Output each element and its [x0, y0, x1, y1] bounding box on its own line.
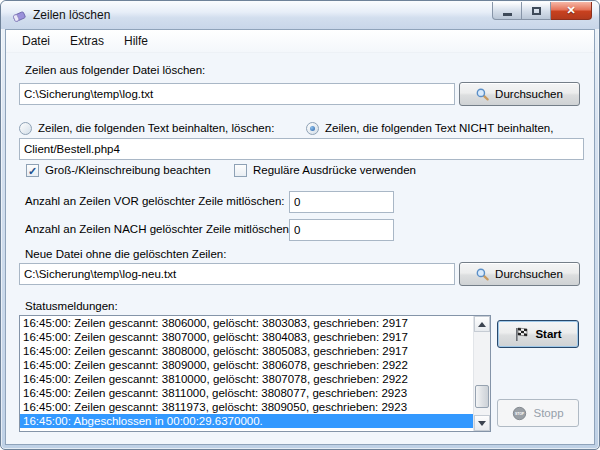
scroll-up-button[interactable] — [474, 316, 490, 332]
radio-icon — [19, 122, 32, 135]
radio-selected-icon — [306, 122, 319, 135]
lines-after-label: Anzahl an Zeilen NACH gelöschter Zeile m… — [25, 223, 292, 235]
eraser-icon — [11, 8, 27, 23]
source-file-label: Zeilen aus folgender Datei löschen: — [25, 64, 205, 76]
maximize-icon — [532, 7, 541, 15]
menu-item-extras[interactable]: Extras — [60, 31, 114, 51]
source-path-input[interactable] — [19, 83, 455, 105]
checkbox-case-sensitive-label: Groß-/Kleinschreibung beachten — [45, 164, 211, 176]
maximize-button[interactable] — [522, 2, 551, 20]
lines-after-input[interactable] — [289, 219, 394, 241]
checkered-flag-icon — [514, 327, 529, 342]
magnifier-icon — [476, 88, 489, 101]
close-button[interactable]: ✕ — [551, 2, 592, 20]
browse-source-button[interactable]: Durchsuchen — [459, 82, 580, 106]
stop-button-label: Stopp — [533, 407, 563, 419]
svg-text:STOP: STOP — [515, 412, 525, 416]
status-row[interactable]: 16:45:00: Zeilen gescannt: 3807000, gelö… — [20, 330, 473, 344]
menu-item-hilfe[interactable]: Hilfe — [114, 31, 158, 51]
close-icon: ✕ — [566, 4, 575, 17]
magnifier-icon — [476, 268, 489, 281]
arrow-down-icon — [478, 421, 486, 426]
status-row[interactable]: 16:45:00: Zeilen gescannt: 3811973, gelö… — [20, 400, 473, 414]
vertical-scrollbar[interactable] — [473, 316, 490, 431]
radio-keep-not-containing-label: Zeilen, die folgenden Text NICHT beinhal… — [325, 122, 553, 134]
checkbox-unchecked-icon — [234, 164, 247, 177]
status-row[interactable]: 16:45:00: Zeilen gescannt: 3811000, gelö… — [20, 386, 473, 400]
menu-item-datei[interactable]: Datei — [12, 31, 60, 51]
stop-sign-icon: STOP — [512, 406, 527, 421]
status-list: 16:45:00: Zeilen gescannt: 3806000, gelö… — [19, 315, 491, 432]
dialog-body: Datei Extras Hilfe Zeilen aus folgender … — [5, 29, 595, 445]
filter-text-input[interactable] — [19, 138, 584, 160]
lines-before-input[interactable] — [289, 191, 394, 213]
status-row[interactable]: 16:45:00: Zeilen gescannt: 3808000, gelö… — [20, 344, 473, 358]
window-titlebar[interactable]: Zeilen löschen ✕ — [1, 1, 599, 29]
status-row[interactable]: 16:45:00: Zeilen gescannt: 3810000, gelö… — [20, 372, 473, 386]
browse-target-button[interactable]: Durchsuchen — [459, 262, 580, 286]
lines-before-label: Anzahl an Zeilen VOR gelöschter Zeile mi… — [25, 195, 285, 207]
browse-source-label: Durchsuchen — [495, 88, 563, 100]
start-button-label: Start — [535, 328, 561, 340]
target-file-label: Neue Datei ohne die gelöschten Zeilen: — [25, 248, 226, 260]
status-messages-label: Statusmeldungen: — [25, 300, 118, 312]
start-button[interactable]: Start — [497, 320, 579, 348]
status-row[interactable]: 16:45:00: Zeilen gescannt: 3809000, gelö… — [20, 358, 473, 372]
target-path-input[interactable] — [19, 263, 455, 285]
status-row[interactable]: 16:45:00: Zeilen gescannt: 3806000, gelö… — [20, 316, 473, 330]
radio-delete-containing-label: Zeilen, die folgenden Text beinhalten, l… — [38, 122, 274, 134]
minimize-icon — [503, 13, 512, 16]
browse-target-label: Durchsuchen — [495, 268, 563, 280]
checkbox-regex-label: Reguläre Ausdrücke verwenden — [253, 164, 416, 176]
menubar: Datei Extras Hilfe — [6, 30, 594, 53]
scrollbar-thumb[interactable] — [475, 385, 489, 408]
arrow-up-icon — [478, 322, 486, 327]
app-window: Zeilen löschen ✕ Datei Extras Hilfe Zeil… — [0, 0, 600, 450]
checkbox-checked-icon: ✓ — [26, 164, 39, 177]
window-title: Zeilen löschen — [33, 8, 110, 22]
status-row-selected[interactable]: 16:45:00: Abgeschlossen in 00:00:29.6370… — [20, 414, 473, 428]
stop-button: STOP Stopp — [497, 399, 579, 427]
scroll-down-button[interactable] — [474, 415, 490, 431]
minimize-button[interactable] — [492, 2, 522, 20]
